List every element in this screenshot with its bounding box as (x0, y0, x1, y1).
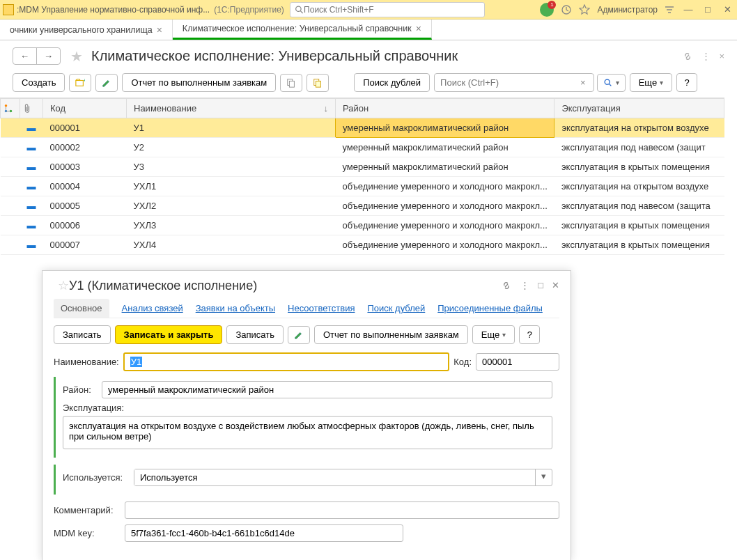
cell-name: У3 (127, 157, 336, 177)
cell-exp: эксплуатация в крытых помещения (554, 216, 724, 235)
nav-back-button[interactable]: ← (13, 48, 37, 64)
th-hierarchy-icon[interactable] (1, 99, 20, 118)
title-search[interactable] (290, 2, 485, 17)
svg-rect-6 (76, 80, 84, 86)
sort-indicator-icon: ↓ (324, 103, 329, 114)
search-input[interactable] (434, 73, 594, 92)
cell-rayon: умеренный макроклиматический район (336, 157, 554, 177)
kebab-menu-icon[interactable]: ⋮ (701, 51, 711, 62)
cell-name: УХЛ3 (127, 216, 336, 235)
paste-button[interactable] (307, 74, 329, 92)
create-button[interactable]: Создать (13, 73, 65, 92)
th-rayon[interactable]: Район (336, 99, 554, 118)
cell-exp: эксплуатация на открытом воздухе (554, 118, 724, 138)
edit-button[interactable] (95, 74, 118, 92)
cell-exp: эксплуатация на открытом воздухе (554, 177, 724, 196)
svg-line-1 (300, 10, 302, 13)
table-row[interactable]: ▬000007УХЛ4объединение умеренного и холо… (1, 235, 724, 255)
row-icon (1, 118, 20, 138)
row-dash-icon: ▬ (20, 216, 43, 235)
search-clear-icon[interactable]: × (580, 77, 586, 88)
cell-exp: эксплуатация в крытых помещения (554, 157, 724, 177)
svg-point-14 (5, 104, 8, 107)
cell-code: 000005 (43, 196, 127, 216)
table-row[interactable]: ▬000003У3умеренный макроклиматический ра… (1, 157, 724, 177)
cell-name: УХЛ1 (127, 177, 336, 196)
star-icon[interactable] (579, 4, 590, 15)
page-header: ← → ★ Климатическое исполнение: Универса… (0, 40, 737, 70)
favorite-star-icon[interactable]: ★ (70, 48, 83, 65)
th-attach-icon[interactable] (20, 99, 43, 118)
toolbar: Создать + Отчет по выполненным заявкам П… (0, 70, 737, 98)
row-icon (1, 235, 20, 255)
cell-exp: эксплуатация в крытых помещения (554, 235, 724, 255)
create-folder-button[interactable]: + (69, 74, 91, 92)
page-close-icon[interactable]: × (719, 51, 724, 62)
admin-label[interactable]: Администратор (597, 5, 658, 15)
more-button[interactable]: Еще (630, 73, 672, 92)
minimize-button[interactable]: — (681, 3, 695, 17)
cell-code: 000001 (43, 118, 127, 138)
app-title: :MDM Управление нормативно-справочной ин… (17, 5, 210, 15)
nav-buttons: ← → (13, 47, 61, 65)
row-dash-icon: ▬ (20, 235, 43, 255)
notifications-icon[interactable]: 1 (540, 3, 554, 17)
row-dash-icon: ▬ (20, 196, 43, 216)
th-exp[interactable]: Эксплуатация (554, 99, 724, 118)
table-row[interactable]: ▬000002У2умеренный макроклиматический ра… (1, 138, 724, 157)
th-code[interactable]: Код (43, 99, 127, 118)
table-row[interactable]: ▬000005УХЛ2объединение умеренного и холо… (1, 196, 724, 216)
cell-rayon: объединение умеренного и холодного макро… (336, 177, 554, 196)
th-name[interactable]: Наименование↓ (127, 99, 336, 118)
cell-code: 000003 (43, 157, 127, 177)
svg-point-16 (10, 109, 13, 112)
cell-code: 000004 (43, 177, 127, 196)
table-row[interactable]: ▬000001У1умеренный макроклиматический ра… (1, 118, 724, 138)
titlebar: :MDM Управление нормативно-справочной ин… (0, 0, 737, 20)
cell-name: У1 (127, 118, 336, 138)
cell-rayon: объединение умеренного и холодного макро… (336, 216, 554, 235)
table: Код Наименование↓ Район Эксплуатация ▬00… (0, 98, 724, 255)
tab-1-close-icon[interactable]: × (416, 23, 421, 34)
app-icon (3, 4, 14, 15)
dup-search-button[interactable]: Поиск дублей (354, 73, 430, 92)
link-icon[interactable] (682, 51, 693, 62)
svg-text:+: + (84, 78, 86, 84)
cell-exp: эксплуатация под навесом (защита (554, 196, 724, 216)
svg-line-13 (609, 84, 611, 86)
menu-icon[interactable] (665, 5, 674, 15)
svg-point-12 (605, 79, 610, 84)
title-search-input[interactable] (304, 5, 480, 15)
cell-rayon: умеренный макроклиматический район (336, 118, 554, 138)
row-icon (1, 216, 20, 235)
page-title: Климатическое исполнение: Универсальный … (91, 48, 458, 64)
cell-code: 000002 (43, 138, 127, 157)
table-row[interactable]: ▬000004УХЛ1объединение умеренного и холо… (1, 177, 724, 196)
tab-0-label: очники универсального хранилища (10, 25, 153, 35)
svg-rect-11 (316, 81, 321, 87)
cell-exp: эксплуатация под навесом (защит (554, 138, 724, 157)
cell-rayon: объединение умеренного и холодного макро… (336, 196, 554, 216)
cell-code: 000006 (43, 216, 127, 235)
row-dash-icon: ▬ (20, 177, 43, 196)
table-row[interactable]: ▬000006УХЛ3объединение умеренного и холо… (1, 216, 724, 235)
tab-0[interactable]: очники универсального хранилища × (0, 20, 173, 40)
tab-1[interactable]: Климатическое исполнение: Универсальный … (173, 20, 432, 40)
help-button[interactable]: ? (676, 73, 697, 92)
row-icon (1, 196, 20, 216)
search-dropdown-button[interactable] (597, 74, 626, 92)
report-button[interactable]: Отчет по выполненным заявкам (122, 73, 276, 92)
close-button[interactable]: ✕ (720, 3, 734, 17)
history-icon[interactable] (561, 4, 572, 15)
cell-rayon: умеренный макроклиматический район (336, 138, 554, 157)
tab-0-close-icon[interactable]: × (157, 24, 162, 36)
maximize-button[interactable]: □ (701, 3, 715, 17)
svg-point-0 (295, 6, 300, 11)
cell-code: 000007 (43, 235, 127, 255)
copy-button[interactable] (280, 74, 302, 92)
row-icon (1, 138, 20, 157)
row-icon (1, 177, 20, 196)
nav-forward-button[interactable]: → (37, 48, 60, 64)
cell-name: УХЛ4 (127, 235, 336, 255)
cell-rayon: объединение умеренного и холодного макро… (336, 235, 554, 255)
